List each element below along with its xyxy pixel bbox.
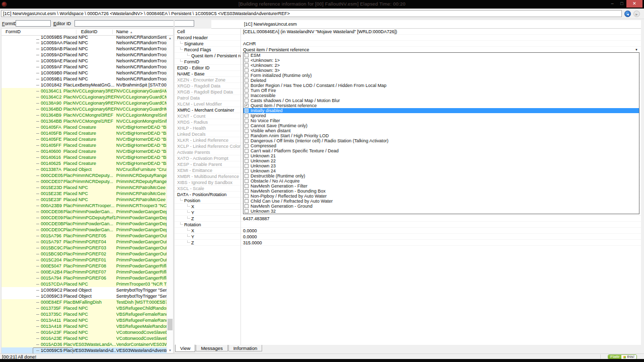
flag-item[interactable]: Unknown 21 [244, 153, 639, 158]
close-button[interactable]: ✕ [626, 0, 642, 8]
flag-item[interactable]: <Unknown: 2> [244, 63, 639, 68]
flag-item[interactable]: Can't wait / Platform Specific Texture /… [244, 148, 639, 153]
detail-value[interactable]: 6437.483887▼ [240, 216, 641, 221]
flag-item[interactable]: ✓ Quest item / Persistent reference [244, 103, 639, 108]
table-row[interactable]: 001364B9 Placed Creature NVCCMongrel3REF… [2, 112, 167, 118]
table-row[interactable]: 0013387A Placed Object NVCrucifixFurnitu… [2, 166, 167, 172]
tab-information[interactable]: Information [228, 345, 263, 351]
flag-checkbox[interactable] [245, 204, 249, 208]
flag-item[interactable]: Dangerous / Off limits (Interior cell) /… [244, 138, 639, 143]
flag-item[interactable]: No Voice Filter [244, 118, 639, 123]
table-row[interactable]: 1C001842 Placed Object LexBetsyMeatGnG..… [2, 82, 167, 88]
flag-checkbox[interactable] [245, 139, 249, 143]
flag-checkbox[interactable] [245, 68, 249, 72]
table-row[interactable]: 000E84EF Placed Object BMFallingDish Tes… [2, 299, 167, 305]
flag-checkbox[interactable] [245, 194, 249, 198]
flag-checkbox[interactable] [245, 184, 249, 188]
table-row[interactable]: 0015BC9D Placed NPC PrimmPGREF02 PrimmPo… [2, 251, 167, 257]
flag-checkbox[interactable] [245, 124, 249, 128]
breadcrumb[interactable]: [1C] NewVegasUncut.esm \ Worldspace \ 00… [1, 10, 622, 17]
flag-checkbox[interactable] [245, 109, 249, 113]
flag-checkbox[interactable] [245, 209, 249, 213]
table-row[interactable]: 0015A794 Placed NPC PrimmPGREF06 PrimmPo… [2, 275, 167, 281]
table-row[interactable]: 001364C2 Placed NPC NVCCLegionary2REF NV… [2, 94, 167, 100]
nav-back-button[interactable]: ◄ [624, 11, 631, 17]
detail-row[interactable]: Rotation ▼ [175, 222, 641, 228]
flag-item[interactable]: Unknown 23 [244, 163, 639, 168]
flag-item[interactable]: ESM [244, 53, 639, 58]
minimize-button[interactable]: – [608, 0, 617, 8]
tab-view[interactable]: View [175, 344, 195, 352]
flag-checkbox[interactable] [245, 53, 249, 57]
flag-item[interactable]: Unknown 24 [244, 168, 639, 173]
flag-checkbox[interactable] [245, 164, 249, 168]
table-row[interactable]: 0013A411 Placed NPC VBSRefugeeFemaleRand… [2, 317, 167, 323]
scrollbar-thumb[interactable] [168, 319, 173, 330]
flag-item[interactable]: Obstacle / No AI Acquire [244, 178, 639, 184]
tab-messages[interactable]: Messages [196, 345, 227, 351]
detail-value[interactable]: Quest item / Persistent reference▼ [240, 47, 641, 52]
detail-value[interactable]: [CELL:000846EA] (in WastelandNV "Mojave … [240, 29, 641, 34]
table-row[interactable]: 00157CDA Placed NPC PrimmTrooper03 "NCR … [2, 281, 167, 287]
flag-item[interactable]: Casts shadows / On Local Map / Motion Bl… [244, 98, 639, 103]
flag-checkbox[interactable] [245, 73, 249, 77]
detail-row[interactable]: Record Header ▼ [175, 35, 641, 41]
flag-item[interactable]: Cannot Save (Runtime only) [244, 123, 639, 128]
flag-item[interactable]: Form initialized (Runtime only) [244, 73, 639, 78]
table-row[interactable]: 1C0059C2 Placed Object SentrybotToyTrigg… [2, 287, 167, 293]
flag-checkbox[interactable] [245, 114, 249, 118]
flag-checkbox[interactable] [245, 134, 249, 138]
table-row[interactable]: 000CDE0C Placed NPC PrimmPowderGan... Pr… [2, 227, 167, 233]
table-row[interactable]: 00140600 Placed Creature NVCrBigHornerDE… [2, 148, 167, 154]
table-row[interactable]: 0015E23F Placed NPC PrimmNCRPatrolMcGee … [2, 197, 167, 203]
table-row[interactable]: 00140625 Placed Creature NVCrBigHornerDE… [2, 160, 167, 166]
detail-row[interactable]: Y 0.0000▼ [175, 234, 641, 240]
table-row[interactable]: 1C0059B1 Placed NPC NelsonNCRRandomTroop… [2, 76, 167, 82]
detail-row[interactable]: Z 315.0000▼ [175, 240, 641, 246]
flag-item[interactable]: Ignored [244, 113, 639, 118]
flag-checkbox[interactable] [245, 78, 249, 82]
table-row[interactable]: 1C0059AF Placed NPC NelsonNCRRandomTroop… [2, 64, 167, 70]
flag-item[interactable]: <Unknown: 1> [244, 58, 639, 63]
table-row[interactable]: 000CDE05 Placed NPC PrimmNCRDeputy... Pr… [2, 172, 167, 178]
nav-forward-button[interactable]: ► [633, 11, 640, 17]
combo-dropdown-icon[interactable]: ▼ [635, 48, 638, 51]
flag-checkbox[interactable] [245, 144, 249, 148]
flag-checkbox[interactable] [245, 174, 249, 178]
table-row[interactable]: 0013A418 Placed NPC VBSRefugeeMaleRandom… [2, 323, 167, 329]
detail-row[interactable]: Z 6437.483887▼ [175, 216, 641, 222]
flag-checkbox[interactable] [245, 169, 249, 173]
flag-item[interactable]: Border Region / Has Tree LOD / Constant … [244, 83, 639, 88]
table-row[interactable]: 0013735C Placed NPC VBSRefugeeFemaleRand… [2, 311, 167, 317]
table-row[interactable]: 1C0059AA Placed NPC NelsonNCRRandomTroop… [2, 40, 167, 46]
table-row[interactable]: 000E5047 Placed NPC PrimmPGREF08 PrimmPo… [2, 263, 167, 269]
plugin-column-header[interactable]: [1C] NewVegasUncut.esm [211, 20, 641, 29]
flag-item[interactable]: Turn Off Fire [244, 88, 639, 93]
flag-checkbox[interactable] [245, 179, 249, 183]
table-row[interactable]: 00138A90 Placed NPC NVCCLegionary9REF NV… [2, 100, 167, 106]
flag-item[interactable]: Unknown 32 [244, 209, 639, 214]
table-row[interactable]: 1C0059B0 Placed NPC NelsonNCRRandomTroop… [2, 70, 167, 76]
table-row[interactable]: 001364BD Placed NPC NVCCLegionary6REF NV… [2, 106, 167, 112]
table-row[interactable]: 000CDE08 Placed NPC PrimmPowderGan... Pr… [2, 209, 167, 215]
flag-item[interactable]: Initially disabled [244, 108, 639, 113]
detail-value[interactable]: ACHR▼ [240, 41, 641, 46]
column-header-formid[interactable]: FormID [6, 29, 21, 34]
table-row[interactable]: 1C0059C3 Placed Object SentrybotToyTrigg… [2, 293, 167, 299]
flag-checkbox[interactable]: ✓ [245, 104, 249, 108]
flag-checkbox[interactable] [245, 154, 249, 158]
table-row[interactable]: 001405FB Placed Creature NVCrBigHornerDE… [2, 130, 167, 136]
flag-checkbox[interactable] [245, 99, 249, 103]
table-row[interactable]: 0015BC9C Placed NPC PrimmPGREF03 PrimmPo… [2, 245, 167, 251]
table-row[interactable]: 001364C1 Placed NPC NVCCLegionary3REF NV… [2, 88, 167, 94]
detail-row[interactable]: X 0.0000▼ [175, 228, 641, 234]
detail-row[interactable]: Cell [CELL:000846EA] (in WastelandNV "Mo… [175, 29, 641, 35]
column-header-name[interactable]: Name▲ [116, 29, 133, 34]
flag-item[interactable]: Visible when distant [244, 128, 639, 133]
flag-item[interactable]: Non-Pipboy / Reflected by Auto Water [244, 194, 639, 199]
table-row[interactable]: 00140616 Placed Creature NVCrBigHornerDE… [2, 154, 167, 160]
flag-item[interactable]: Deleted [244, 78, 639, 83]
table-row[interactable]: 001364BB Placed Creature NVCCMongrel1REF… [2, 118, 167, 124]
table-row[interactable]: 0015C204 Placed NPC PrimmPGREF01 PrimmPo… [2, 257, 167, 263]
flag-item[interactable]: NavMesh Generation - Filter [244, 184, 639, 189]
